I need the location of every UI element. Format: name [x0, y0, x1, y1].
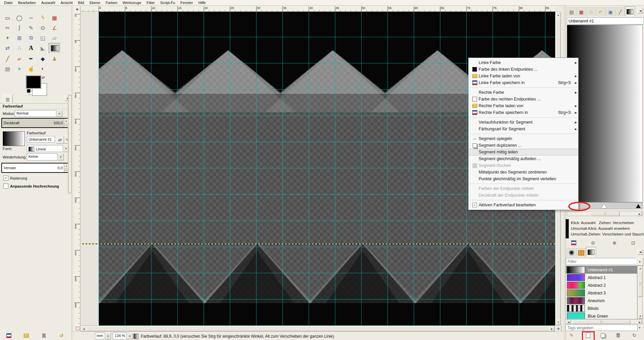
zoom-fit-button[interactable]: ⊡: [629, 239, 637, 247]
tool-cage-transform[interactable]: ∴: [13, 43, 25, 53]
midpoint-handle[interactable]: [602, 204, 606, 208]
list-scroll-down-icon[interactable]: ▼: [638, 314, 643, 319]
duplicate-gradient-button[interactable]: [599, 332, 607, 339]
canvas-hscrollbar[interactable]: ◀ ▶: [80, 326, 555, 331]
dock-tab-layers[interactable]: ▤: [567, 7, 577, 16]
tool-scissors-select[interactable]: ✂: [2, 23, 13, 33]
menu-farben[interactable]: Farben: [103, 0, 120, 5]
tool-text[interactable]: A: [25, 43, 37, 53]
opacity-slider[interactable]: Deckkraft 100,0 ▲▼: [1, 118, 69, 128]
dock-tab-paths[interactable]: ∴: [586, 7, 596, 16]
tool-rectangle-select[interactable]: ▭: [2, 13, 13, 23]
scroll-down-icon[interactable]: ▼: [556, 320, 561, 325]
tool-free-select[interactable]: ∽: [25, 13, 37, 23]
zoom-in-button[interactable]: ⊕: [610, 239, 619, 247]
ctx-f-rbungsart-f-r-segment[interactable]: Färbungsart für Segment▶: [469, 126, 578, 132]
tool-options-tab[interactable]: ▥: [3, 94, 13, 104]
gradient-list[interactable]: Unbenannt #1Abstract 1Abstract 2Abstract…: [566, 266, 637, 319]
save-gradient-button[interactable]: [570, 239, 578, 247]
tool-move[interactable]: +: [2, 33, 13, 43]
zoom-select[interactable]: 134 % ▼: [113, 333, 133, 339]
gradient-row-abstract-1[interactable]: Abstract 1: [566, 274, 637, 281]
ctx-segment-gleichm-ig-aufteilen-[interactable]: Segment gleichmäßig aufteilen ...: [469, 155, 578, 162]
tool-dodge-burn[interactable]: ◐: [37, 64, 49, 74]
restore-tool-preset-button[interactable]: [22, 332, 30, 339]
tool-paths[interactable]: ∫: [13, 23, 25, 33]
tool-crop[interactable]: ⧉: [25, 33, 37, 43]
gradient-row-abstract-2[interactable]: Abstract 2: [566, 281, 637, 289]
menu-hilfe[interactable]: Hilfe: [196, 0, 208, 5]
swap-colors-icon[interactable]: ⇄: [42, 75, 45, 80]
menu-bearbeiten[interactable]: Bearbeiten: [15, 0, 39, 5]
tool-clone[interactable]: ♟: [49, 54, 60, 64]
edit-gradient-button[interactable]: ✎: [568, 332, 576, 339]
ctx-rechte-farbe-laden-von[interactable]: Rechte Farbe laden von▶: [469, 103, 578, 109]
list-scroll-left-icon[interactable]: ◀: [566, 320, 571, 324]
tool-blur-sharpen[interactable]: ●: [13, 64, 25, 74]
ctx-rechte-farbe[interactable]: Rechte Farbe▶: [469, 89, 578, 96]
tool-paintbrush[interactable]: ╱: [2, 54, 13, 64]
list-vscrollbar[interactable]: ▲ ▼: [637, 266, 643, 319]
menu-fenster[interactable]: Fenster: [178, 0, 196, 5]
scroll-up-icon[interactable]: ▲: [556, 12, 561, 18]
menu-werkzeuge[interactable]: Werkzeuge: [120, 0, 144, 5]
menu-script-fu[interactable]: Script-Fu: [157, 0, 178, 5]
menu-bild[interactable]: Bild: [75, 0, 87, 5]
tool-transform[interactable]: ◱: [37, 33, 49, 43]
dock-tab-undo-history[interactable]: ↶: [596, 7, 606, 16]
menu-ansicht[interactable]: Ansicht: [58, 0, 75, 5]
menu-auswahl[interactable]: Auswahl: [39, 0, 58, 5]
list-scroll-right-icon[interactable]: ▶: [637, 320, 642, 324]
shape-select[interactable]: Linear ▼: [27, 145, 69, 152]
zoom-out-button[interactable]: ⊖: [589, 239, 597, 247]
dock-tab-images[interactable]: ▣: [605, 7, 615, 16]
ctx-segment-duplizieren-[interactable]: Segment duplizieren ...: [469, 142, 578, 149]
list-hscroll-thumb[interactable]: [573, 320, 630, 324]
list-vscroll-thumb[interactable]: [638, 271, 643, 297]
ctx-mittelpunkt-des-segments-zentrieren[interactable]: Mittelpunkt des Segments zentrieren: [469, 169, 578, 176]
list-tab-brushes[interactable]: [567, 248, 577, 257]
editor-scroll-right-icon[interactable]: ▶: [637, 212, 642, 216]
scroll-left-icon[interactable]: ◀: [81, 326, 87, 331]
ruler-horizontal[interactable]: 0510152025303540455055606570758085: [80, 6, 555, 12]
menu-datei[interactable]: Datei: [1, 0, 15, 5]
hscroll-thumb[interactable]: [86, 326, 550, 331]
dock-tab-gradients[interactable]: [625, 6, 635, 16]
tool-align[interactable]: ⊞: [13, 33, 25, 43]
tool-select-by-color[interactable]: ▦: [49, 13, 60, 23]
tool-options-scrollbar[interactable]: [68, 94, 72, 194]
ctx-punkte-gleichm-ig-im-segment-verteilen[interactable]: Punkte gleichmäßig im Segment verteilen: [469, 176, 578, 182]
mode-select[interactable]: Normal ▼: [15, 110, 62, 117]
tool-ellipse-select[interactable]: ◯: [13, 13, 25, 23]
dock-tab-channels[interactable]: ▦: [576, 7, 586, 16]
ctx-aktiven-farbverlauf-bearbeiten[interactable]: ✓Aktiven Farbverlauf bearbeiten: [469, 202, 578, 208]
tool-smudge[interactable]: ☝: [25, 64, 37, 74]
ctx-segment-spiegeln[interactable]: ⇔Segment spiegeln: [469, 135, 578, 142]
filter-dropdown-icon[interactable]: ▼: [636, 258, 643, 266]
ctx-linke-farbe[interactable]: Linke Farbe▶: [469, 59, 578, 66]
ruler-vertical[interactable]: 051 01 52 02 53 03 54 04 55 05 5: [74, 12, 80, 326]
editor-hscrollbar[interactable]: ▶: [567, 211, 643, 216]
ctx-deckkraft-der-endpunkte-mitteln[interactable]: Deckkraft der Endpunkte mitteln: [469, 192, 578, 199]
dock-tab-brushes[interactable]: ╱: [615, 7, 625, 16]
list-tab-gradients[interactable]: [586, 247, 596, 257]
menu-filter[interactable]: Filter: [144, 0, 157, 5]
ctx-farbe-des-rechten-endpunktes-[interactable]: Farbe des rechten Endpunktes ...: [469, 96, 578, 103]
ctx-farbe-des-linken-endpunktes-[interactable]: Farbe des linken Endpunktes ...: [469, 66, 578, 73]
save-tool-preset-button[interactable]: [5, 332, 13, 339]
refresh-gradients-button[interactable]: ↻: [630, 332, 638, 339]
ctx-linke-farbe-laden-von[interactable]: Linke Farbe laden von▶: [469, 73, 578, 79]
list-tab-patterns[interactable]: [576, 248, 586, 257]
tool-gradient[interactable]: [49, 43, 61, 54]
foreground-color-swatch[interactable]: [26, 76, 41, 88]
gradient-row-unbenannt-1[interactable]: Unbenannt #1: [566, 266, 637, 274]
offset-spinner[interactable]: ▲▼: [64, 163, 68, 172]
list-menu-button[interactable]: ◀: [638, 249, 643, 255]
ctx-rechte-farbe-speichern-in[interactable]: Rechte Farbe speichern inStrg+S▶: [469, 109, 578, 116]
delete-gradient-button[interactable]: [614, 332, 622, 339]
opacity-spinner[interactable]: ▲▼: [64, 119, 68, 127]
dock-menu-button[interactable]: ◀: [638, 8, 643, 13]
tool-eraser[interactable]: ▰: [13, 54, 25, 64]
filter-input[interactable]: [566, 258, 638, 265]
ctx-farben-der-endpunkte-mitteln[interactable]: Farben der Endpunkte mitteln: [469, 185, 578, 192]
